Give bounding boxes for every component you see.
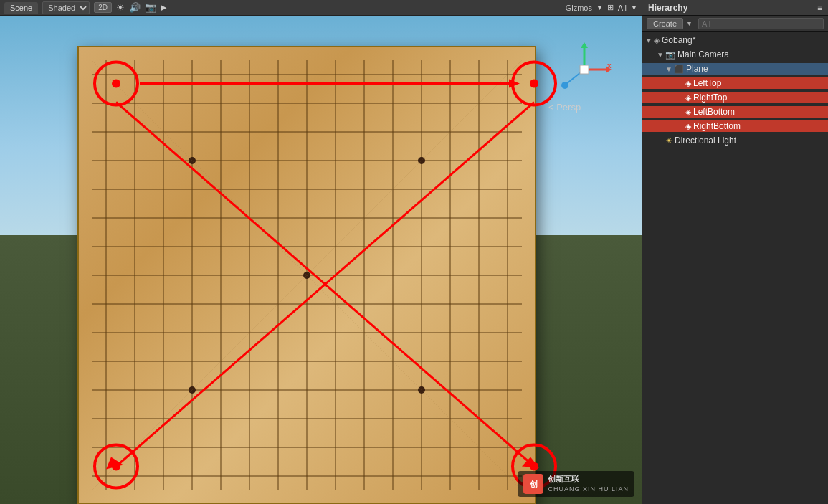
shading-dropdown[interactable]: Shaded xyxy=(42,1,90,14)
right-bottom-label: RightBottom xyxy=(693,121,741,131)
right-top-label: RightTop xyxy=(693,92,727,103)
board-grid-svg xyxy=(77,46,536,504)
sun-icon: ☀ xyxy=(116,2,125,13)
plane-icon: ⬛ xyxy=(674,65,684,74)
scene-viewport: x < Persp 创 创新互联 CHUANG XIN HU LIAN xyxy=(0,16,642,504)
main-camera-label: Main Camera xyxy=(677,49,729,60)
tree-item-main-camera[interactable]: ▼ 📷 Main Camera xyxy=(642,47,828,62)
left-bottom-icon: ◈ xyxy=(685,108,691,117)
layers-icon: ⊞ xyxy=(607,3,614,12)
right-bottom-icon: ◈ xyxy=(685,122,691,131)
scene-tab[interactable]: Scene xyxy=(4,2,38,14)
tree-item-left-bottom[interactable]: ◈ LeftBottom xyxy=(642,105,828,119)
tree-item-left-top[interactable]: ◈ LeftTop xyxy=(642,76,828,90)
plane-arrow: ▼ xyxy=(665,65,674,73)
svg-text:x: x xyxy=(607,62,612,70)
left-bottom-label: LeftBottom xyxy=(693,107,735,117)
gobang-label: Gobang* xyxy=(662,35,695,45)
gobang-icon: ◈ xyxy=(654,36,660,45)
all-layers-btn[interactable]: All xyxy=(618,4,627,12)
svg-marker-52 xyxy=(581,42,588,48)
hierarchy-toolbar: Create ▼ xyxy=(642,16,828,32)
tree-item-right-top[interactable]: ◈ RightTop xyxy=(642,90,828,105)
watermark: 创 创新互联 CHUANG XIN HU LIAN xyxy=(518,471,634,497)
dir-light-icon: ☀ xyxy=(665,136,672,146)
left-top-label: LeftTop xyxy=(693,78,721,88)
persp-label: < Persp xyxy=(548,102,581,113)
hierarchy-search[interactable] xyxy=(698,18,824,29)
plane-label: Plane xyxy=(686,64,708,74)
tree-item-plane[interactable]: ▼ ⬛ Plane xyxy=(642,62,828,76)
audio-icon: 🔊 xyxy=(129,2,141,13)
hierarchy-title: Hierarchy xyxy=(648,3,687,13)
watermark-logo: 创 xyxy=(523,474,543,494)
mode-2d-btn[interactable]: 2D xyxy=(94,2,112,13)
main-layout: Scene Shaded 2D ☀ 🔊 📷 ▶ Gizmos ▼ ⊞ All ▼ xyxy=(0,0,828,504)
board-container xyxy=(77,46,536,504)
svg-rect-57 xyxy=(580,65,589,74)
create-btn[interactable]: Create xyxy=(647,18,683,29)
camera-tree-icon: 📷 xyxy=(665,50,675,60)
tree-item-directional-light[interactable]: ☀ Directional Light xyxy=(642,133,828,148)
play-icon: ▶ xyxy=(161,3,166,12)
scene-topbar: Scene Shaded 2D ☀ 🔊 📷 ▶ Gizmos ▼ ⊞ All ▼ xyxy=(0,0,642,16)
gizmos-dropdown-arrow: ▼ xyxy=(596,4,603,11)
gizmos-btn[interactable]: Gizmos xyxy=(566,4,592,12)
all-layers-arrow: ▼ xyxy=(631,4,637,11)
scene-panel: Scene Shaded 2D ☀ 🔊 📷 ▶ Gizmos ▼ ⊞ All ▼ xyxy=(0,0,642,504)
create-arrow: ▼ xyxy=(686,20,693,27)
hierarchy-panel: Hierarchy ≡ Create ▼ ▼ ◈ Gobang* xyxy=(642,0,828,504)
main-camera-arrow: ▼ xyxy=(657,51,665,59)
svg-point-56 xyxy=(561,82,568,89)
gizmo-widget: x < Persp xyxy=(556,41,613,98)
left-top-icon: ◈ xyxy=(685,79,691,88)
hierarchy-tree: ▼ ◈ Gobang* ▼ 📷 Main Camera ▼ ⬛ Plane xyxy=(642,32,828,504)
camera-icon: 📷 xyxy=(145,2,156,13)
hierarchy-header: Hierarchy ≡ xyxy=(642,0,828,16)
dir-light-label: Directional Light xyxy=(675,135,736,146)
gobang-arrow: ▼ xyxy=(645,37,654,44)
hierarchy-menu-icon[interactable]: ≡ xyxy=(817,3,822,13)
tree-item-right-bottom[interactable]: ◈ RightBottom xyxy=(642,119,828,133)
tree-item-gobang[interactable]: ▼ ◈ Gobang* xyxy=(642,33,828,47)
right-top-icon: ◈ xyxy=(685,93,691,103)
watermark-text: 创新互联 CHUANG XIN HU LIAN xyxy=(548,474,629,494)
